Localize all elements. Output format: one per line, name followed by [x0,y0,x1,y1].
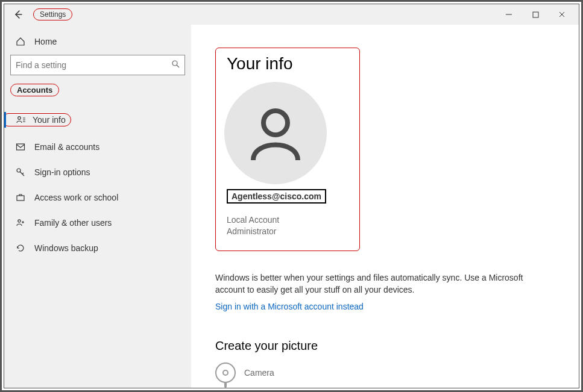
key-icon [15,167,26,177]
person-card-icon [16,115,27,125]
svg-rect-3 [17,144,25,150]
nav-list: Your info Email & accounts Sign-in optio… [10,107,185,259]
minimize-icon [505,11,512,18]
nav-item-signin-options[interactable]: Sign-in options [10,161,185,183]
maximize-button[interactable] [522,5,549,23]
arrow-left-icon [13,10,23,19]
search-box[interactable] [10,55,185,75]
nav-item-label: Email & accounts [34,142,99,152]
camera-label: Camera [244,368,274,378]
your-info-highlight: Your info Agentless@cisco.com Local Acco… [215,48,360,251]
nav-item-label: Family & other users [34,218,112,228]
outer-frame: Settings Home [0,0,583,392]
nav-item-your-info-highlight: Your info [4,113,71,126]
camera-option[interactable]: Camera [215,362,555,383]
search-input[interactable] [16,60,171,70]
account-email: Agentless@cisco.com [227,189,326,204]
nav-item-label: Access work or school [34,193,118,202]
svg-rect-5 [17,196,24,201]
svg-point-1 [172,61,177,66]
mail-icon [15,142,26,152]
svg-point-6 [18,220,20,222]
nav-item-email-accounts[interactable]: Email & accounts [10,136,185,158]
svg-rect-0 [533,12,538,17]
nav-item-label: Windows backup [34,243,98,253]
back-button[interactable] [13,9,24,20]
svg-point-7 [263,111,288,135]
sidebar: Home Accounts [4,25,191,388]
svg-point-8 [223,370,228,375]
nav-item-label: Your info [33,115,66,125]
home-icon [15,37,26,46]
minimize-button[interactable] [496,5,522,23]
person-icon [242,100,309,166]
avatar [224,82,327,184]
briefcase-icon [15,193,26,202]
camera-icon [215,362,236,383]
account-type: Local Account [227,214,348,226]
home-label: Home [34,37,57,46]
page-title: Your info [227,54,348,73]
close-button[interactable] [549,5,575,23]
home-nav[interactable]: Home [10,31,185,52]
search-icon [171,60,180,70]
nav-item-access-work-school[interactable]: Access work or school [10,187,185,208]
account-role: Administrator [227,226,348,237]
window-title: Settings [33,8,72,20]
nav-item-windows-backup[interactable]: Windows backup [10,237,185,259]
create-picture-heading: Create your picture [215,339,555,353]
titlebar-left: Settings [4,8,72,20]
nav-item-your-info[interactable]: Your info [10,107,185,132]
sync-description: Windows is better when your settings and… [215,272,529,296]
sign-in-microsoft-link[interactable]: Sign in with a Microsoft account instead [215,302,364,311]
svg-point-2 [18,117,21,120]
nav-item-label: Sign-in options [34,167,90,177]
titlebar: Settings [4,4,579,25]
window-frame: Settings Home [4,4,579,388]
content-row: Home Accounts [4,25,579,388]
maximize-icon [532,11,539,18]
close-icon [558,11,566,18]
nav-item-family-users[interactable]: Family & other users [10,212,185,234]
refresh-icon [15,243,26,253]
main-panel: Your info Agentless@cisco.com Local Acco… [191,25,579,388]
people-icon [15,218,26,228]
section-label-accounts: Accounts [10,84,59,96]
